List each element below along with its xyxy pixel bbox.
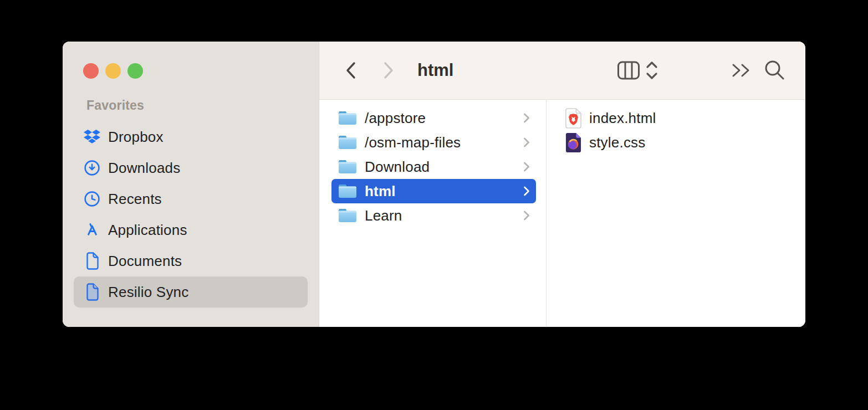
- folder-row-osm-map-files[interactable]: /osm-map-files: [331, 130, 536, 155]
- folder-icon: [338, 134, 358, 151]
- firefox-css-file-icon: [564, 131, 583, 153]
- folder-row-html[interactable]: html: [331, 179, 536, 203]
- appstore-icon: [83, 221, 101, 239]
- sidebar-section-label: Favorites: [86, 98, 144, 113]
- traffic-lights: [83, 63, 143, 79]
- folder-row-appstore[interactable]: /appstore: [331, 106, 536, 130]
- file-row-style-css[interactable]: style.css: [547, 130, 805, 155]
- sidebar-item-dropbox[interactable]: Dropbox: [74, 121, 308, 152]
- sidebar-item-applications[interactable]: Applications: [74, 214, 308, 245]
- forward-button[interactable]: [379, 58, 399, 83]
- sidebar-item-downloads[interactable]: Downloads: [74, 152, 308, 183]
- folder-row-learn[interactable]: Learn: [331, 203, 536, 228]
- column-view-icon: [617, 60, 640, 80]
- chevron-right-icon: [523, 111, 530, 125]
- close-button[interactable]: [83, 63, 99, 79]
- folder-label: Download: [365, 158, 523, 176]
- chevron-right-icon: [382, 59, 395, 81]
- view-options-button[interactable]: [644, 58, 660, 83]
- sidebar-section-label-clipped: iCloud: [86, 325, 126, 327]
- folder-icon: [338, 183, 358, 199]
- folder-label: Learn: [365, 207, 523, 224]
- sidebar-item-recents[interactable]: Recents: [74, 183, 308, 214]
- document-filled-icon: [83, 283, 101, 301]
- chevron-right-icon: [523, 136, 530, 149]
- chevron-up-down-icon: [644, 58, 660, 83]
- more-toolbar-items-button[interactable]: [729, 59, 753, 81]
- clock-icon: [83, 190, 101, 208]
- main-area: html: [319, 42, 805, 327]
- chevron-right-icon: [523, 184, 530, 198]
- toolbar-title: html: [417, 60, 453, 80]
- sidebar-item-resilio-sync[interactable]: Resilio Sync: [74, 276, 308, 308]
- sidebar: Favorites Dropbox: [63, 42, 319, 327]
- sidebar-item-label: Resilio Sync: [108, 284, 188, 301]
- minimize-button[interactable]: [105, 63, 121, 79]
- download-circle-icon: [83, 159, 101, 177]
- finder-window: Favorites Dropbox: [63, 42, 805, 327]
- dropbox-icon: [83, 128, 101, 146]
- back-button[interactable]: [341, 58, 361, 83]
- sidebar-item-label: Applications: [108, 222, 187, 239]
- file-row-index-html[interactable]: index.html: [547, 106, 805, 130]
- chevron-left-icon: [344, 59, 358, 81]
- folder-label: /osm-map-files: [365, 134, 523, 151]
- document-icon: [83, 252, 101, 270]
- sidebar-item-documents[interactable]: Documents: [74, 245, 308, 276]
- sidebar-items: Dropbox Downloads: [63, 121, 319, 308]
- folders-column: /appstore /osm-: [319, 100, 547, 327]
- search-button[interactable]: [762, 58, 788, 83]
- folder-row-download[interactable]: Download: [331, 155, 536, 179]
- column-view: /appstore /osm-: [319, 100, 805, 327]
- folder-icon: [338, 207, 358, 224]
- zoom-button[interactable]: [127, 63, 143, 79]
- sidebar-item-label: Documents: [108, 253, 182, 270]
- double-chevron-right-icon: [729, 59, 753, 81]
- folder-label: html: [365, 183, 523, 200]
- folder-icon: [338, 110, 358, 126]
- toolbar: html: [319, 42, 805, 100]
- column-view-button[interactable]: [617, 60, 640, 80]
- file-label: index.html: [589, 110, 656, 127]
- brave-html-file-icon: [564, 107, 583, 129]
- files-column: index.html style.css: [547, 100, 805, 327]
- folder-icon: [338, 158, 358, 175]
- sidebar-item-label: Dropbox: [108, 129, 164, 146]
- search-icon: [763, 58, 787, 83]
- sidebar-item-label: Downloads: [108, 160, 180, 177]
- chevron-right-icon: [523, 209, 530, 222]
- folder-label: /appstore: [365, 110, 523, 127]
- chevron-right-icon: [523, 160, 530, 173]
- file-label: style.css: [589, 134, 645, 151]
- sidebar-item-label: Recents: [108, 191, 162, 208]
